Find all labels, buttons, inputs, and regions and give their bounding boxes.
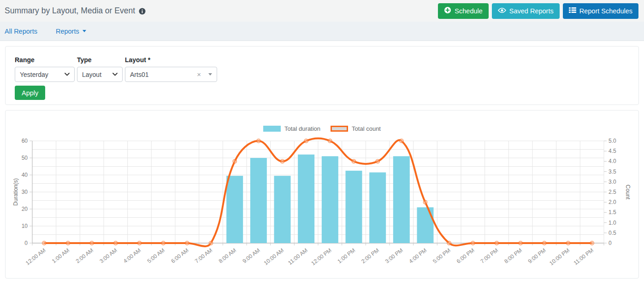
filter-row: Range Yesterday Type Layout Layout * Art… (15, 56, 629, 82)
range-select[interactable]: Yesterday (15, 67, 75, 82)
svg-text:1.5: 1.5 (609, 209, 616, 215)
svg-text:2.5: 2.5 (609, 189, 616, 195)
svg-text:2.0: 2.0 (609, 199, 616, 205)
svg-text:5:00 AM: 5:00 AM (146, 247, 166, 264)
nav-reports-label: Reports (56, 28, 79, 35)
list-icon (569, 7, 576, 15)
report-schedules-button[interactable]: Report Schedules (563, 3, 638, 19)
svg-text:3:00 PM: 3:00 PM (384, 247, 404, 265)
chart-legend: Total duration Total count (11, 125, 633, 132)
svg-text:6:00 AM: 6:00 AM (170, 247, 189, 264)
caret-down-icon (208, 73, 212, 76)
saved-reports-button[interactable]: Saved Reports (492, 3, 560, 19)
schedule-button-label: Schedule (455, 7, 482, 15)
range-filter-group: Range Yesterday (15, 56, 75, 82)
saved-reports-button-label: Saved Reports (509, 7, 554, 15)
filters-panel: Range Yesterday Type Layout Layout * Art… (5, 46, 639, 105)
svg-text:7:00 AM: 7:00 AM (194, 247, 213, 264)
range-label: Range (15, 56, 75, 64)
info-circle-icon[interactable] (139, 8, 146, 15)
svg-text:4.5: 4.5 (609, 148, 616, 154)
svg-text:0: 0 (609, 240, 612, 246)
chevron-down-icon (65, 73, 70, 76)
type-filter-group: Type Layout (77, 56, 123, 82)
svg-text:60: 60 (22, 138, 28, 144)
svg-text:6:00 PM: 6:00 PM (455, 247, 476, 265)
count-legend-label: Total count (352, 125, 381, 132)
chart-panel: Total duration Total count 0102030405060… (5, 110, 639, 279)
svg-text:1:00 AM: 1:00 AM (51, 247, 71, 264)
chevron-down-icon (112, 73, 118, 76)
plus-circle-icon (444, 6, 451, 15)
type-label: Type (77, 56, 123, 64)
svg-text:0.5: 0.5 (609, 230, 616, 236)
svg-text:12:00 AM: 12:00 AM (24, 247, 47, 266)
clear-selection-icon[interactable]: × (197, 71, 201, 78)
svg-text:2:00 PM: 2:00 PM (360, 247, 380, 265)
svg-text:4:00 PM: 4:00 PM (408, 247, 428, 265)
type-select[interactable]: Layout (77, 67, 123, 82)
svg-text:10: 10 (22, 223, 28, 229)
page-header: Summary by Layout, Media or Event Schedu… (0, 0, 644, 22)
svg-text:Count: Count (625, 185, 631, 200)
svg-text:1:00 PM: 1:00 PM (337, 247, 357, 265)
svg-text:9:00 PM: 9:00 PM (527, 247, 547, 265)
svg-text:7:00 PM: 7:00 PM (479, 247, 500, 265)
svg-text:10:00 PM: 10:00 PM (548, 247, 571, 267)
svg-text:30: 30 (22, 189, 28, 195)
reports-nav: All Reports Reports (0, 22, 644, 41)
svg-text:3.5: 3.5 (609, 169, 616, 175)
svg-text:12:00 PM: 12:00 PM (310, 247, 333, 267)
nav-reports-dropdown[interactable]: Reports (56, 28, 86, 35)
legend-item-total-duration[interactable]: Total duration (263, 125, 320, 132)
layout-select-value: Arts01 (130, 71, 148, 78)
layout-filter-group: Layout * Arts01 × (125, 56, 217, 82)
svg-text:5:00 PM: 5:00 PM (431, 247, 452, 265)
nav-all-reports-label: All Reports (5, 28, 37, 35)
schedule-button[interactable]: Schedule (438, 3, 488, 19)
layout-label: Layout * (125, 56, 217, 64)
svg-text:2:00 AM: 2:00 AM (75, 247, 95, 264)
svg-text:3:00 AM: 3:00 AM (98, 247, 118, 264)
svg-text:4.0: 4.0 (609, 158, 616, 164)
svg-text:4:00 AM: 4:00 AM (122, 247, 142, 264)
report-schedules-button-label: Report Schedules (579, 7, 632, 15)
range-select-value: Yesterday (20, 71, 48, 78)
count-legend-swatch (331, 126, 348, 132)
svg-text:0: 0 (24, 240, 28, 246)
svg-text:20: 20 (22, 206, 28, 212)
apply-button[interactable]: Apply (15, 86, 45, 100)
layout-select[interactable]: Arts01 × (125, 67, 217, 82)
svg-text:5.0: 5.0 (609, 138, 616, 144)
svg-text:50: 50 (22, 155, 28, 161)
type-select-value: Layout (82, 71, 101, 78)
caret-down-icon (83, 30, 86, 32)
svg-text:Duration(s): Duration(s) (12, 178, 19, 205)
summary-chart: 010203040506000.51.01.52.02.53.03.54.04.… (11, 134, 633, 273)
svg-text:1.0: 1.0 (609, 220, 616, 226)
duration-legend-label: Total duration (284, 125, 320, 132)
page-title: Summary by Layout, Media or Event (5, 6, 135, 16)
svg-text:8:00 AM: 8:00 AM (218, 247, 237, 264)
eye-icon (498, 7, 506, 15)
svg-text:40: 40 (22, 172, 28, 178)
svg-text:9:00 AM: 9:00 AM (241, 247, 261, 264)
svg-text:8:00 PM: 8:00 PM (503, 247, 523, 265)
header-buttons: Schedule Saved Reports Report Schedules (438, 3, 639, 19)
svg-text:3.0: 3.0 (609, 179, 616, 185)
title-wrap: Summary by Layout, Media or Event (5, 6, 146, 16)
legend-item-total-count[interactable]: Total count (331, 125, 381, 132)
duration-legend-swatch (263, 126, 281, 132)
svg-text:11:00 AM: 11:00 AM (287, 247, 309, 266)
svg-text:10:00 AM: 10:00 AM (263, 247, 285, 266)
svg-text:11:00 PM: 11:00 PM (573, 247, 595, 266)
nav-all-reports-link[interactable]: All Reports (5, 28, 37, 35)
